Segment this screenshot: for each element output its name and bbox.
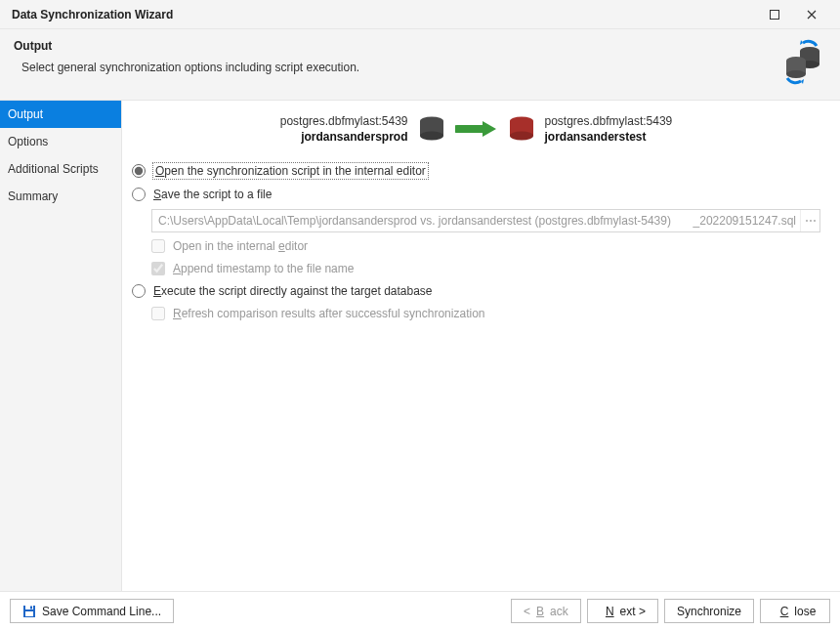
- save-icon: [22, 605, 36, 618]
- browse-button[interactable]: ⋯: [800, 210, 819, 231]
- option-save-file[interactable]: Save the script to a file: [132, 186, 820, 203]
- option-label: Open in the internal editor: [173, 239, 308, 253]
- sidebar-item-additional-scripts[interactable]: Additional Scripts: [0, 155, 121, 183]
- maximize-icon: [770, 10, 779, 20]
- db-connection-banner: postgres.dbfmylast:5439 jordansanderspro…: [132, 114, 820, 144]
- sync-db-icon: [779, 39, 826, 86]
- option-label: Refresh comparison results after success…: [173, 307, 484, 320]
- option-label: Append timestamp to the file name: [173, 262, 354, 275]
- svg-point-9: [420, 131, 443, 140]
- svg-rect-0: [771, 10, 779, 19]
- next-button[interactable]: Next >: [587, 599, 658, 623]
- sidebar-item-output[interactable]: Output: [0, 101, 121, 128]
- window-title: Data Synchronization Wizard: [10, 8, 756, 21]
- wizard-footer: Save Command Line... < Back Next > Synch…: [0, 591, 840, 630]
- target-connection: postgres.dbfmylast:5439: [545, 114, 721, 130]
- save-command-line-button[interactable]: Save Command Line...: [10, 599, 174, 623]
- svg-point-6: [786, 70, 806, 78]
- option-label: Execute the script directly against the …: [153, 284, 433, 298]
- maximize-button[interactable]: [756, 0, 793, 29]
- wizard-sidebar: Output Options Additional Scripts Summar…: [0, 101, 122, 591]
- checkbox-append-timestamp: [151, 262, 165, 275]
- checkbox-refresh-comparison: [151, 307, 165, 320]
- radio-save-file[interactable]: [132, 188, 146, 201]
- sidebar-item-label: Additional Scripts: [8, 162, 99, 176]
- page-subtitle: Select general synchronization options i…: [14, 61, 779, 74]
- sidebar-item-label: Output: [8, 107, 43, 121]
- svg-point-12: [510, 131, 533, 140]
- titlebar: Data Synchronization Wizard: [0, 0, 840, 29]
- radio-execute-directly[interactable]: [132, 284, 146, 298]
- svg-rect-15: [25, 611, 33, 616]
- option-refresh-comparison: Refresh comparison results after success…: [132, 305, 820, 322]
- radio-open-editor[interactable]: [132, 164, 146, 178]
- source-db-name: jordansandersprod: [232, 130, 408, 144]
- back-button[interactable]: < Back: [511, 599, 581, 623]
- database-icon: [508, 116, 535, 142]
- synchronize-button[interactable]: Synchronize: [664, 599, 754, 623]
- page-title: Output: [14, 39, 779, 53]
- target-db-info: postgres.dbfmylast:5439 jordansanderstes…: [545, 114, 721, 144]
- close-icon: [807, 10, 817, 20]
- source-db-info: postgres.dbfmylast:5439 jordansanderspro…: [232, 114, 408, 144]
- script-path-field[interactable]: _202209151247.sql ⋯: [151, 209, 820, 232]
- close-button[interactable]: Close: [760, 599, 830, 623]
- option-label: Save the script to a file: [153, 188, 272, 201]
- option-append-timestamp: Append timestamp to the file name: [132, 260, 820, 277]
- sidebar-item-summary[interactable]: Summary: [0, 183, 121, 210]
- sidebar-item-label: Summary: [8, 189, 58, 203]
- script-path-input[interactable]: [152, 210, 693, 231]
- svg-rect-16: [30, 606, 32, 609]
- checkbox-open-internal: [151, 239, 165, 253]
- arrow-right-icon: [455, 120, 498, 138]
- script-path-suffix: _202209151247.sql: [693, 214, 800, 228]
- option-execute-directly[interactable]: Execute the script directly against the …: [132, 282, 820, 300]
- option-open-internal: Open in the internal editor: [132, 237, 820, 255]
- sidebar-item-options[interactable]: Options: [0, 128, 121, 155]
- option-label: Open the synchronization script in the i…: [153, 163, 428, 179]
- option-open-editor[interactable]: Open the synchronization script in the i…: [132, 161, 820, 181]
- source-connection: postgres.dbfmylast:5439: [232, 114, 408, 130]
- wizard-main: postgres.dbfmylast:5439 jordansanderspro…: [122, 101, 840, 591]
- wizard-header: Output Select general synchronization op…: [0, 29, 840, 101]
- target-db-name: jordansanderstest: [545, 130, 721, 144]
- sidebar-item-label: Options: [8, 135, 48, 148]
- close-window-button[interactable]: [793, 0, 830, 29]
- database-icon: [418, 116, 445, 142]
- button-label: Save Command Line...: [42, 605, 161, 618]
